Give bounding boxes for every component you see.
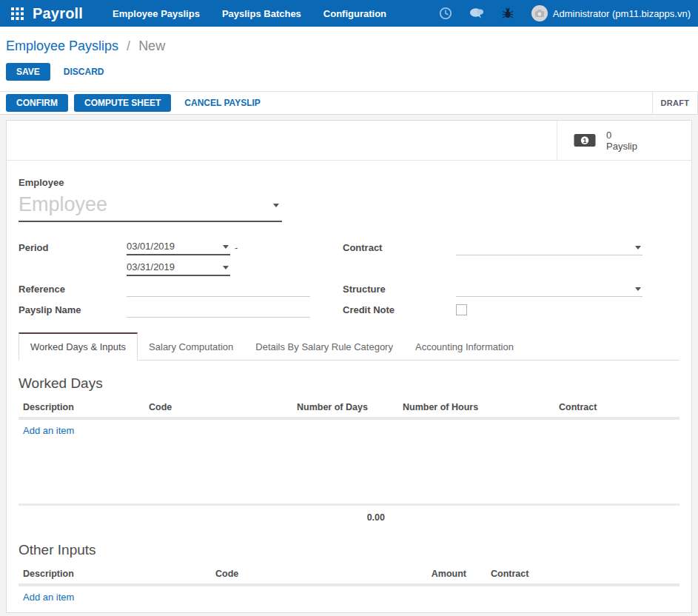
right-empty-row [343, 258, 654, 278]
period-label: Period [19, 242, 127, 253]
credit-note-row: Credit Note [343, 299, 654, 320]
app-brand[interactable]: Payroll [33, 5, 83, 22]
other-inputs-header-band [19, 583, 679, 586]
credit-note-checkbox[interactable] [456, 304, 467, 315]
stat-value: 0 [606, 130, 637, 141]
payslip-name-label: Payslip Name [19, 304, 127, 315]
menu-configuration[interactable]: Configuration [323, 8, 386, 19]
money-icon: 1 [574, 133, 596, 147]
svg-text:1: 1 [583, 137, 586, 144]
stat-label: Payslip [606, 141, 637, 152]
col-number-of-days: Number of Days [292, 402, 385, 412]
menu-employee-payslips[interactable]: Employee Payslips [113, 8, 200, 19]
stat-text: 0 Payslip [606, 130, 637, 152]
statusbar: CONFIRM COMPUTE SHEET CANCEL PAYSLIP DRA… [0, 91, 698, 115]
worked-days-total: 0.00 [19, 512, 385, 523]
user-menu[interactable]: Administrator (pm11.bizapps.vn) [531, 5, 691, 21]
worked-days-header-band [19, 417, 679, 420]
breadcrumb-current: New [138, 38, 165, 53]
reference-row: Reference [19, 278, 326, 299]
menu-payslips-batches[interactable]: Payslips Batches [222, 8, 301, 19]
payslip-name-field [127, 302, 310, 318]
worked-days-title: Worked Days [19, 375, 679, 392]
breadcrumb-parent-link[interactable]: Employee Payslips [6, 38, 118, 53]
user-name: Administrator (pm11.bizapps.vn) [553, 8, 691, 19]
period-to-row [19, 258, 326, 278]
period-row: Period - [19, 237, 326, 258]
activities-clock-icon[interactable] [438, 6, 453, 21]
structure-field [456, 281, 642, 297]
debug-bug-icon[interactable] [500, 6, 515, 21]
contract-row: Contract [343, 237, 654, 258]
grid-right-column: Contract Structure [343, 237, 654, 320]
breadcrumb: Employee Payslips / New [6, 38, 692, 54]
button-box: 1 0 Payslip [7, 121, 691, 161]
form-action-buttons: SAVE DISCARD [6, 63, 692, 81]
field-grid: Period - [19, 237, 679, 320]
other-inputs-add-item[interactable]: Add an item [19, 586, 78, 608]
payslip-name-input[interactable] [127, 302, 310, 317]
statusbar-actions: CONFIRM COMPUTE SHEET CANCEL PAYSLIP [6, 94, 268, 112]
structure-label: Structure [343, 284, 456, 295]
cancel-payslip-button[interactable]: CANCEL PAYSLIP [177, 94, 267, 112]
employee-field [19, 192, 282, 222]
date-from-input[interactable] [127, 239, 230, 254]
user-avatar [531, 5, 548, 21]
employee-dropdown-caret[interactable] [273, 204, 279, 207]
tab-details-by-salary-rule-category[interactable]: Details By Salary Rule Category [244, 334, 404, 360]
form-body: Employee Period - [7, 161, 691, 608]
save-button[interactable]: SAVE [6, 63, 50, 81]
apps-grid-icon[interactable] [7, 4, 27, 23]
date-to-caret[interactable] [223, 266, 229, 270]
form-sheet: 1 0 Payslip Employee [6, 120, 692, 613]
contract-field [456, 240, 642, 255]
col-amount: Amount [344, 569, 466, 579]
tab-salary-computation[interactable]: Salary Computation [138, 334, 244, 360]
col-description: Description [19, 402, 144, 412]
date-to-field [127, 260, 230, 276]
confirm-button[interactable]: CONFIRM [6, 94, 68, 112]
col-contract: Contract [466, 569, 679, 579]
col-code: Code [144, 402, 292, 412]
top-navbar: Payroll Employee Payslips Payslips Batch… [0, 0, 698, 27]
reference-field [127, 281, 310, 297]
date-from-field [127, 239, 230, 255]
structure-dropdown-caret[interactable] [635, 287, 641, 291]
navbar-right: Administrator (pm11.bizapps.vn) [438, 5, 691, 21]
structure-row: Structure [343, 278, 654, 299]
worked-days-header: Description Code Number of Days Number o… [19, 402, 679, 412]
employee-label: Employee [19, 177, 679, 188]
reference-label: Reference [19, 284, 127, 295]
main-menu: Employee Payslips Payslips Batches Confi… [113, 8, 386, 19]
col-code: Code [211, 569, 344, 579]
payslip-stat-button[interactable]: 1 0 Payslip [557, 121, 691, 160]
employee-field-group: Employee [19, 177, 679, 222]
grid-left-column: Period - [19, 237, 326, 320]
control-panel: Employee Payslips / New SAVE DISCARD [0, 27, 698, 91]
compute-sheet-button[interactable]: COMPUTE SHEET [74, 94, 171, 112]
contract-dropdown-caret[interactable] [635, 246, 641, 250]
status-draft[interactable]: DRAFT [652, 92, 698, 114]
tab-accounting-information[interactable]: Accounting Information [404, 334, 525, 360]
breadcrumb-separator: / [127, 38, 130, 53]
date-to-input[interactable] [127, 260, 230, 275]
col-description: Description [19, 569, 211, 579]
messages-chat-icon[interactable] [469, 6, 484, 21]
col-contract: Contract [526, 402, 679, 412]
contract-input[interactable] [456, 240, 642, 255]
period-dash: - [235, 242, 238, 253]
structure-input[interactable] [456, 281, 642, 296]
worked-days-empty-area [19, 441, 679, 503]
date-from-caret[interactable] [223, 245, 229, 249]
apps-grid-glyph [11, 7, 24, 20]
worked-days-footer: 0.00 [19, 503, 679, 523]
reference-input[interactable] [127, 281, 310, 296]
other-inputs-title: Other Inputs [19, 542, 679, 558]
discard-button[interactable]: DISCARD [56, 63, 112, 81]
other-inputs-header: Description Code Amount Contract [19, 569, 679, 579]
payslip-name-row: Payslip Name [19, 299, 326, 320]
col-number-of-hours: Number of Hours [385, 402, 526, 412]
worked-days-add-item[interactable]: Add an item [19, 420, 78, 441]
employee-input[interactable] [19, 192, 263, 221]
tab-worked-days-inputs[interactable]: Worked Days & Inputs [19, 332, 138, 361]
